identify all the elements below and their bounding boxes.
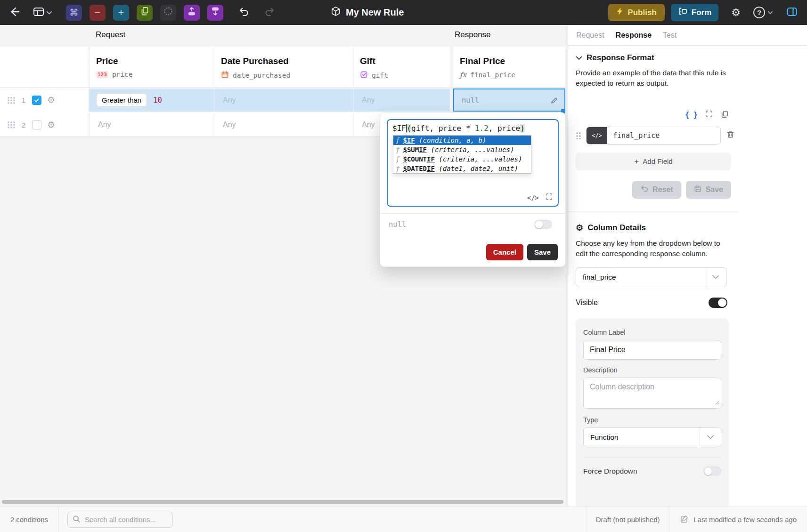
row-header-column (0, 47, 90, 88)
toolbar-left: ⌘ − + (9, 5, 275, 21)
edit-pencil-icon[interactable] (550, 97, 558, 106)
suggestion-if[interactable]: ƒ $IF (condition, a, b) (393, 136, 531, 145)
condition-cell-price[interactable]: Greater than 10 (90, 89, 214, 112)
divider (58, 507, 59, 532)
reset-button[interactable]: Reset (632, 181, 681, 199)
lightning-icon (616, 7, 623, 18)
toolbar: ⌘ − + My New Rule (0, 0, 807, 25)
column-settings-panel: Column Label Description Type Function F… (576, 318, 729, 507)
add-row-button[interactable]: + (113, 5, 129, 21)
visible-toggle[interactable] (709, 298, 727, 308)
move-up-icon (187, 6, 197, 19)
copy-icon[interactable] (720, 110, 729, 121)
type-select[interactable]: Function (583, 427, 721, 447)
arrow-left-icon (9, 7, 21, 18)
field-key-input[interactable] (607, 127, 720, 144)
move-to-bottom-button[interactable] (207, 5, 223, 21)
condition-cell-date[interactable]: Any (214, 89, 353, 112)
undo-icon (238, 7, 250, 18)
braces-icon[interactable]: { } (685, 111, 698, 119)
column-header-price[interactable]: Price 123price (90, 47, 214, 88)
force-dropdown-toggle[interactable] (703, 467, 721, 476)
help-button[interactable]: ? (753, 7, 773, 18)
fallback-value: null (389, 220, 406, 229)
checkbox-type-icon (360, 71, 368, 80)
shortcuts-button[interactable]: ⌘ (66, 5, 82, 21)
save-format-button[interactable]: Save (686, 181, 731, 199)
view-selector-button[interactable] (33, 7, 52, 18)
formula-input[interactable]: $IF(gift, price * 1.2, price) ƒ $IF (con… (387, 119, 559, 207)
sidebar-body: Response Format Provide an example of th… (568, 46, 739, 507)
horizontal-scrollbar[interactable] (2, 500, 563, 504)
expand-icon[interactable] (545, 193, 553, 202)
code-view-icon[interactable]: </> (527, 194, 539, 202)
row-checkbox[interactable] (32, 120, 41, 129)
description-textarea[interactable] (583, 378, 721, 409)
description-label: Description (583, 366, 721, 374)
condition-cell-price[interactable]: Any (90, 113, 214, 137)
drag-handle[interactable] (576, 132, 581, 139)
redo-button[interactable] (264, 7, 275, 18)
move-down-icon (210, 6, 220, 19)
fallback-toggle[interactable] (534, 220, 552, 229)
cancel-button[interactable]: Cancel (486, 244, 523, 260)
operator-chip[interactable]: Greater than (96, 93, 147, 107)
save-button[interactable]: Save (527, 244, 558, 260)
expand-icon[interactable] (705, 110, 713, 120)
row-settings-icon[interactable]: ⚙ (47, 120, 55, 130)
column-label-input[interactable] (583, 340, 721, 360)
panel-toggle-button[interactable] (786, 7, 798, 18)
response-format-header: Response Format (576, 53, 731, 63)
autocomplete-dropdown: ƒ $IF (condition, a, b) ƒ $SUMIF (criter… (393, 135, 531, 174)
row-settings-icon[interactable]: ⚙ (47, 95, 55, 105)
format-actions: Reset Save (576, 181, 731, 199)
add-field-button[interactable]: + Add Field (576, 153, 731, 170)
suggestion-datedif[interactable]: ƒ $DATEDIF (date1, date2, unit) (393, 164, 531, 173)
column-header-date-purchased[interactable]: Date Purchased date_purchased (214, 47, 353, 88)
drag-handle[interactable] (7, 121, 15, 129)
undo-button[interactable] (238, 7, 250, 18)
column-header-final-price[interactable]: Final Price ƒxfinal_price (453, 47, 565, 88)
duplicate-row-button[interactable] (137, 5, 153, 21)
search-input[interactable] (85, 516, 163, 524)
response-key-select[interactable]: final_price (576, 267, 726, 287)
form-button[interactable]: Form (671, 4, 719, 21)
back-button[interactable] (9, 7, 21, 18)
column-details-description: Choose any key from the dropdown below t… (576, 238, 731, 259)
condition-cell-date[interactable]: Any (214, 113, 353, 137)
drag-handle[interactable] (7, 97, 15, 104)
move-to-top-button[interactable] (184, 5, 200, 21)
column-key: final_price (470, 71, 515, 79)
status-bar: 2 conditions Draft (not published) Last … (0, 507, 807, 532)
column-key: date_purchased (233, 72, 290, 79)
tab-request[interactable]: Request (576, 31, 604, 40)
reset-icon (640, 185, 648, 194)
condition-value: 10 (153, 96, 162, 105)
function-type-icon: ƒx (460, 71, 466, 79)
response-cell-final-price[interactable]: null (453, 89, 565, 112)
column-label-label: Column Label (583, 329, 721, 336)
suggestion-countif[interactable]: ƒ $COUNTIF (criteria, ...values) (393, 154, 531, 164)
remove-row-button[interactable]: − (90, 5, 106, 21)
response-field-row: </> (576, 127, 735, 145)
row-checkbox[interactable] (32, 96, 41, 105)
settings-button[interactable]: ⚙ (731, 7, 741, 19)
tab-response[interactable]: Response (616, 31, 652, 40)
chevron-down-icon[interactable] (576, 53, 582, 63)
divider (583, 458, 721, 458)
right-sidebar: Request Response Test Response Format Pr… (568, 25, 807, 507)
condition-cell-gift[interactable]: Any (353, 89, 450, 112)
table-icon (33, 7, 44, 18)
publish-button[interactable]: Publish (608, 4, 664, 21)
dashed-circle-icon (163, 6, 174, 19)
tab-test[interactable]: Test (663, 31, 677, 40)
plus-icon: + (634, 157, 639, 166)
request-group-label: Request (96, 30, 125, 40)
trash-icon[interactable] (726, 130, 735, 141)
redo-icon (264, 7, 275, 18)
column-header-gift[interactable]: Gift gift (353, 47, 450, 88)
select-rows-button[interactable] (160, 5, 176, 21)
field-type-chip[interactable]: </> (587, 127, 607, 144)
help-icon: ? (753, 7, 765, 18)
suggestion-sumif[interactable]: ƒ $SUMIF (criteria, ...values) (393, 145, 531, 154)
